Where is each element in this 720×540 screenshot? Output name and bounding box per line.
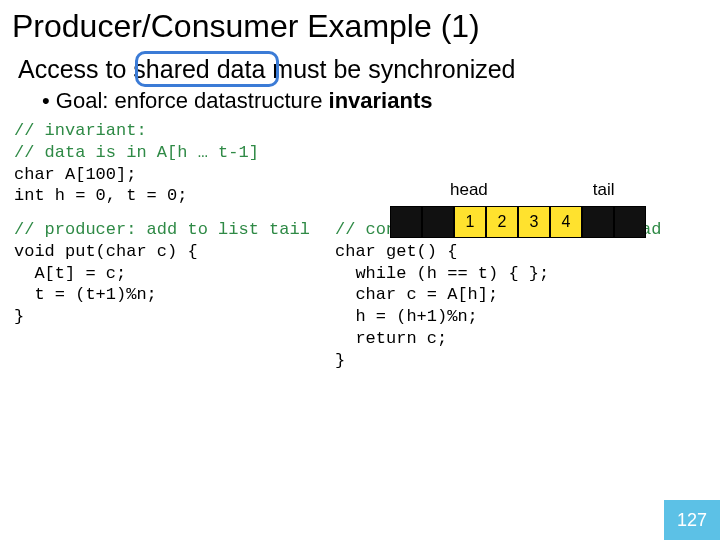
array-cell-empty <box>422 206 454 238</box>
access-statement: Access to shared data must be synchroniz… <box>0 49 720 86</box>
consumer-code: // consumer: take from list head char ge… <box>335 219 720 371</box>
tail-label: tail <box>593 180 615 200</box>
access-post: must be synchronized <box>265 55 515 83</box>
code-line: void put(char c) { <box>14 242 198 261</box>
bullet-bold: invariants <box>329 88 433 113</box>
code-line: char get() { <box>335 242 457 261</box>
code-comment: // producer: add to list tail <box>14 220 310 239</box>
bullet-pre: Goal: enforce datastructure <box>56 88 329 113</box>
bullet-dot: • <box>42 88 56 113</box>
code-comment: // data is in A[h … t-1] <box>14 143 259 162</box>
array-cell-empty <box>614 206 646 238</box>
code-line: A[t] = c; <box>14 264 126 283</box>
code-line: h = (h+1)%n; <box>335 307 478 326</box>
array-cells: 1 2 3 4 <box>390 206 646 238</box>
code-line: while (h == t) { }; <box>335 264 549 283</box>
code-line: char c = A[h]; <box>335 285 498 304</box>
array-cell: 3 <box>518 206 550 238</box>
array-cell: 1 <box>454 206 486 238</box>
array-cell: 2 <box>486 206 518 238</box>
array-cell: 4 <box>550 206 582 238</box>
invariant-code: // invariant: // data is in A[h … t-1] c… <box>0 120 380 207</box>
code-line: } <box>335 351 345 370</box>
array-cell-empty <box>390 206 422 238</box>
array-diagram: head tail 1 2 3 4 <box>390 180 646 238</box>
goal-bullet: • Goal: enforce datastructure invariants <box>0 86 720 120</box>
head-label: head <box>450 180 488 200</box>
code-line: t = (t+1)%n; <box>14 285 157 304</box>
page-number: 127 <box>664 500 720 540</box>
slide-title: Producer/Consumer Example (1) <box>0 0 720 49</box>
producer-code: // producer: add to list tail void put(c… <box>0 219 335 371</box>
code-line: int h = 0, t = 0; <box>14 186 187 205</box>
code-line: } <box>14 307 24 326</box>
access-highlight-text: shared data <box>133 55 265 83</box>
code-line: return c; <box>335 329 447 348</box>
access-pre: Access to <box>18 55 133 83</box>
code-comment: // invariant: <box>14 121 147 140</box>
array-cell-empty <box>582 206 614 238</box>
code-line: char A[100]; <box>14 165 136 184</box>
